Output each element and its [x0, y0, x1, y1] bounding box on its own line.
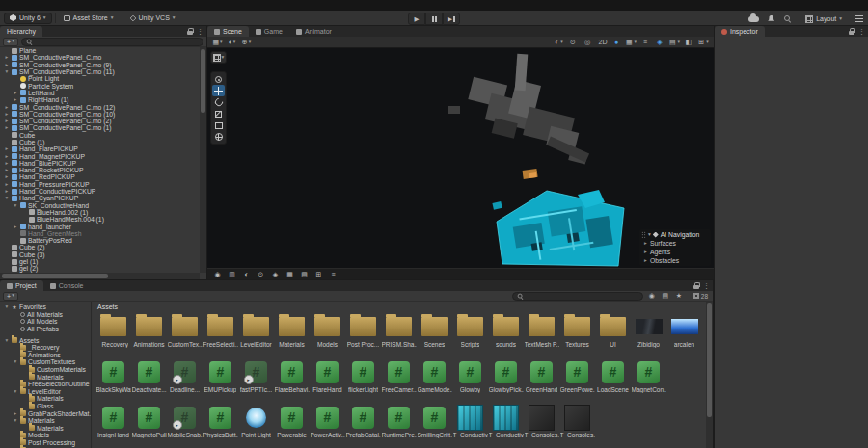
expand-arrow-icon[interactable]	[4, 104, 10, 111]
scene-toolbar-toggle[interactable]: ◎	[582, 38, 594, 47]
folder-tree-row[interactable]: Materials	[0, 417, 91, 425]
folder-tree-row[interactable]: Animations	[0, 352, 91, 359]
scene-toolbar-toggle[interactable]: ◧	[683, 38, 695, 47]
drag-handle-icon[interactable]	[641, 231, 646, 238]
notifications-bell-icon[interactable]	[768, 15, 774, 23]
project-search-input[interactable]	[512, 292, 643, 301]
expand-arrow-icon[interactable]	[4, 68, 10, 75]
asset-item[interactable]: SmillingCritt...	[417, 402, 452, 447]
hierarchy-row[interactable]: SM_ConductivePanel_C.mo (9)	[0, 62, 200, 68]
asset-item[interactable]: UI	[595, 311, 631, 356]
asset-item[interactable]: Zibidigo	[631, 311, 666, 356]
expand-arrow-icon[interactable]	[13, 388, 18, 395]
create-asset-button[interactable]: +	[3, 292, 18, 301]
expand-arrow-icon[interactable]	[13, 410, 18, 417]
asset-item[interactable]: _Recovery	[95, 311, 131, 356]
asset-item[interactable]: LoadScene	[595, 356, 631, 402]
hierarchy-row[interactable]: gel (1)	[0, 258, 200, 265]
folder-tree-row[interactable]: CustomTextures	[0, 358, 91, 366]
ai-navigation-header[interactable]: AI Navigation	[641, 230, 709, 239]
asset-item[interactable]: TextMesh P...	[524, 311, 559, 356]
asset-item[interactable]: Scripts	[452, 311, 488, 356]
scene-footer-button[interactable]: ◐	[240, 270, 253, 279]
ai-navigation-section[interactable]: Obstacles	[641, 256, 709, 265]
asset-item[interactable]: MagnetCon...	[631, 356, 666, 402]
asset-item[interactable]: MagnetoPull	[131, 402, 167, 447]
transform-tool-button[interactable]	[212, 131, 225, 143]
asset-item[interactable]: RuntimePre...	[381, 402, 417, 447]
expand-arrow-icon[interactable]	[4, 124, 10, 131]
folder-tree-row[interactable]: Favorites	[0, 303, 91, 311]
ai-navigation-section[interactable]: Agents	[641, 248, 709, 256]
folder-tree-row[interactable]: All Prefabs	[0, 326, 91, 333]
hierarchy-row[interactable]: Point Light	[0, 75, 200, 82]
expand-arrow-icon[interactable]	[4, 118, 10, 124]
hierarchy-search-input[interactable]	[21, 38, 203, 46]
hierarchy-row[interactable]: SM_ConductivePanel_C.mo (1)	[0, 124, 200, 131]
hierarchy-row[interactable]: SK_ConductiveHand	[0, 202, 200, 209]
folder-tree-row[interactable]: Post Processing	[0, 439, 91, 447]
scene-footer-button[interactable]: ⊙	[255, 270, 267, 279]
hierarchy-row[interactable]: Hand_PressurePICKUP	[0, 181, 200, 188]
hierarchy-row[interactable]: Hand_CyanPICKUP	[0, 195, 200, 201]
lock-icon[interactable]	[693, 282, 699, 289]
asset-item[interactable]: Textures	[559, 311, 595, 356]
scene-toolbar-dropdown[interactable]: ▦	[211, 38, 224, 47]
expand-arrow-icon[interactable]	[4, 145, 10, 152]
asset-item[interactable]: PowerActiv...	[310, 402, 345, 447]
asset-item[interactable]: fastPPTIc...	[238, 356, 274, 402]
hierarchy-row[interactable]: gel (2)	[0, 265, 200, 272]
asset-item[interactable]: CustomTex...	[167, 311, 203, 356]
asset-item[interactable]: Powerable	[274, 402, 310, 447]
scene-footer-button[interactable]: ◉	[211, 270, 224, 279]
scale-tool-button[interactable]	[212, 108, 225, 119]
folder-tree-row[interactable]: FreeSelectionOutline	[0, 381, 91, 388]
hierarchy-vertical-scrollbar[interactable]	[200, 47, 206, 273]
hierarchy-row[interactable]: Hand_RocketPICKUP	[0, 167, 200, 173]
scene-viewport[interactable]: AI Navigation Surfaces Agents Obstacles	[207, 48, 714, 279]
folder-tree-row[interactable]: Materials	[0, 395, 91, 403]
hierarchy-row[interactable]: Cube (3)	[0, 251, 200, 258]
asset-item[interactable]: EMUPickup	[203, 356, 238, 402]
asset-item[interactable]: T_Conductiv...	[452, 402, 488, 447]
scene-toolbar-toggle[interactable]: ≡	[639, 38, 652, 47]
expand-arrow-icon[interactable]	[4, 111, 10, 118]
lock-icon[interactable]	[187, 28, 193, 35]
scene-footer-button[interactable]: ▦	[284, 270, 296, 279]
asset-item[interactable]: InsignHand	[95, 402, 131, 447]
asset-item[interactable]: Glowby	[452, 356, 488, 402]
asset-item[interactable]: Models	[310, 311, 345, 356]
step-button[interactable]: ▶	[443, 13, 460, 25]
expand-arrow-icon[interactable]	[4, 160, 10, 167]
expand-arrow-icon[interactable]	[4, 173, 10, 180]
hierarchy-row[interactable]: Particle System	[0, 82, 200, 89]
expand-arrow-icon[interactable]	[4, 181, 10, 188]
cloud-icon[interactable]	[748, 16, 759, 22]
hierarchy-row[interactable]: SM_ConductivePanel_C.mo (12)	[0, 103, 200, 110]
scene-view-tab[interactable]: Game	[249, 26, 289, 37]
hierarchy-row[interactable]: LeftHand	[0, 90, 200, 96]
move-tool-button[interactable]	[212, 85, 225, 96]
hierarchy-row[interactable]: SM_ConductivePanel_C.mo (2)	[0, 118, 200, 124]
asset-item[interactable]: FreeSelecti...	[203, 311, 238, 356]
expand-arrow-icon[interactable]	[643, 257, 648, 264]
unity-vcs-button[interactable]: Unity VCS	[125, 13, 180, 24]
folder-tree-row[interactable]: LevelEditor	[0, 388, 91, 396]
hierarchy-row[interactable]: Cube	[0, 132, 200, 139]
expand-arrow-icon[interactable]	[643, 249, 648, 255]
hierarchy-row[interactable]: Cube (2)	[0, 244, 200, 250]
scene-footer-button[interactable]: ⊞	[312, 270, 325, 279]
folder-tree-row[interactable]: _Recovery	[0, 344, 91, 352]
scene-toolbar-toggle[interactable]: ▦	[625, 38, 637, 47]
hierarchy-row[interactable]: SM_ConductivePanel_C.mo (10)	[0, 111, 200, 118]
hierarchy-row[interactable]: RightHand (1)	[0, 96, 200, 103]
folder-tree-row[interactable]: GrabPackShaderMat...	[0, 409, 91, 417]
asset-item[interactable]: Materials	[274, 311, 310, 356]
scene-grid-dropdown[interactable]	[210, 51, 227, 64]
expand-arrow-icon[interactable]	[4, 62, 10, 68]
search-filter-button[interactable]: ★	[673, 291, 685, 301]
hierarchy-row[interactable]: BatteryPosRed	[0, 237, 200, 244]
panel-menu-icon[interactable]	[858, 28, 865, 35]
hierarchy-horizontal-scrollbar[interactable]	[0, 273, 200, 279]
expand-arrow-icon[interactable]	[4, 188, 10, 195]
